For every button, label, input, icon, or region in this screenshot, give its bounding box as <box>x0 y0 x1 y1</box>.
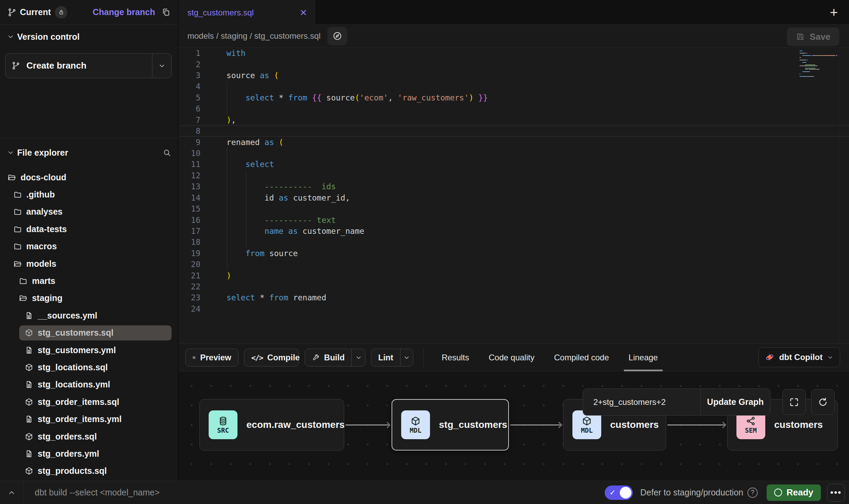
chevron-up-icon <box>8 489 16 497</box>
node-type-badge: SRC <box>209 410 237 439</box>
dbt-copilot-button[interactable]: dbt Copilot <box>758 347 840 367</box>
file-search-button[interactable] <box>163 148 171 157</box>
file-tree: docs-cloud.githubanalysesdata-testsmacro… <box>0 169 178 480</box>
file-label: stg_customers.sql <box>38 328 114 338</box>
sidebar-item-stg-locations-yml[interactable]: stg_locations.yml <box>0 376 178 393</box>
lineage-selector-input[interactable]: 2+stg_customers+2 <box>583 389 700 415</box>
code-line-17[interactable]: 17 name as customer_name <box>178 226 849 237</box>
code-line-15[interactable]: 15 <box>178 203 849 214</box>
create-branch-button[interactable]: Create branch <box>5 53 172 78</box>
preview-button[interactable]: Preview <box>185 349 239 367</box>
code-line-6[interactable]: 6 <box>178 103 849 114</box>
code-line-12[interactable]: 12 <box>178 170 849 181</box>
create-branch-dropdown[interactable] <box>152 53 171 78</box>
lineage-refresh-button[interactable] <box>811 389 835 415</box>
sidebar-item-stg-orders-sql[interactable]: stg_orders.sql <box>0 428 178 445</box>
sidebar-item-analyses[interactable]: analyses <box>0 203 178 220</box>
sidebar-item-docs-cloud[interactable]: docs-cloud <box>0 169 178 186</box>
defer-toggle[interactable]: ✓ <box>605 485 633 500</box>
sidebar-item-marts[interactable]: marts <box>0 272 178 289</box>
share-icon <box>746 416 756 426</box>
code-line-3[interactable]: 3source as ( <box>178 70 849 81</box>
code-line-5[interactable]: 5 select * from {{ source('ecom', 'raw_c… <box>178 92 849 103</box>
code-text: name as customer_name <box>210 227 364 236</box>
sidebar-item-stg-locations-sql[interactable]: stg_locations.sql <box>0 359 178 376</box>
command-bar-collapse-button[interactable] <box>0 481 24 504</box>
lint-button[interactable]: Lint <box>371 349 413 367</box>
code-editor[interactable]: 1with23source as (45 select * from {{ so… <box>178 48 849 344</box>
code-line-14[interactable]: 14 id as customer_id, <box>178 192 849 203</box>
build-dropdown[interactable] <box>351 349 365 366</box>
command-input[interactable]: dbt build --select <model_name> <box>35 488 605 497</box>
code-line-1[interactable]: 1with <box>178 48 849 59</box>
code-line-22[interactable]: 22 <box>178 281 849 292</box>
code-text: ), <box>210 116 236 124</box>
code-line-9[interactable]: 9renamed as ( <box>178 136 849 147</box>
code-line-11[interactable]: 11 select <box>178 159 849 170</box>
sidebar-item-staging[interactable]: staging <box>0 290 178 307</box>
code-line-13[interactable]: 13 ---------- ids <box>178 181 849 192</box>
sidebar-item-stg-orders-yml[interactable]: stg_orders.yml <box>0 445 178 462</box>
locate-file-button[interactable] <box>327 27 347 45</box>
close-tab-icon[interactable]: ✕ <box>300 8 307 17</box>
line-number: 13 <box>178 182 210 191</box>
toggle-knob <box>620 487 631 499</box>
minimap[interactable] <box>800 50 838 78</box>
sidebar-item-stg-order-items-sql[interactable]: stg_order_items.sql <box>0 393 178 410</box>
lineage-fullscreen-button[interactable] <box>782 389 806 415</box>
sidebar-item-data-tests[interactable]: data-tests <box>0 220 178 238</box>
refresh-icon <box>818 397 828 407</box>
code-line-21[interactable]: 21) <box>178 270 849 281</box>
tab-stg-customers-sql[interactable]: stg_customers.sql ✕ <box>178 0 315 25</box>
lineage-node-src-ecom-raw-customers[interactable]: SRCecom.raw_customers <box>199 399 344 451</box>
create-branch-main[interactable]: Create branch <box>5 53 152 78</box>
code-line-18[interactable]: 18 <box>178 237 849 248</box>
code-line-16[interactable]: 16 ---------- text <box>178 214 849 225</box>
line-number: 8 <box>178 127 210 135</box>
more-options-button[interactable]: ••• <box>827 484 845 502</box>
code-line-24[interactable]: 24 <box>178 303 849 314</box>
tab-results[interactable]: Results <box>442 344 469 371</box>
chevron-down-icon <box>355 354 362 361</box>
update-graph-button[interactable]: Update Graph <box>700 389 770 415</box>
sidebar-item-stg-order-items-yml[interactable]: stg_order_items.yml <box>0 410 178 428</box>
code-line-10[interactable]: 10 <box>178 148 849 159</box>
code-line-4[interactable]: 4 <box>178 81 849 92</box>
sidebar-item-models[interactable]: models <box>0 255 178 272</box>
save-label: Save <box>810 32 830 42</box>
save-button[interactable]: Save <box>787 27 839 46</box>
code-line-7[interactable]: 7), <box>178 115 849 125</box>
sidebar-item-stg-products-sql[interactable]: stg_products.sql <box>0 463 178 480</box>
lineage-node-mdl-stg-customers[interactable]: MDLstg_customers <box>392 399 509 451</box>
change-branch-link[interactable]: Change branch <box>93 7 155 17</box>
tab-lineage[interactable]: Lineage <box>629 344 658 371</box>
tab-code-quality[interactable]: Code quality <box>489 344 534 371</box>
sidebar-item-github[interactable]: .github <box>0 186 178 203</box>
cube-icon <box>25 432 33 441</box>
wrench-icon <box>312 353 319 362</box>
cube-icon <box>25 328 33 337</box>
status-bar: dbt build --select <model_name> ✓ Defer … <box>0 481 849 504</box>
code-line-2[interactable]: 2 <box>178 59 849 70</box>
copy-branch-button[interactable] <box>161 8 171 17</box>
ready-status-badge[interactable]: Ready <box>767 484 821 501</box>
git-branch-icon <box>12 61 20 70</box>
build-button[interactable]: Build <box>305 349 365 367</box>
lint-dropdown[interactable] <box>400 349 413 366</box>
version-control-section-header[interactable]: Version control <box>0 29 178 44</box>
file-explorer-section-header[interactable]: File explorer <box>0 145 178 160</box>
compile-button[interactable]: </> Compile <box>244 349 299 367</box>
indent-guide <box>246 170 246 248</box>
code-line-20[interactable]: 20 <box>178 259 849 270</box>
tab-label: stg_customers.sql <box>187 8 300 17</box>
sidebar-item-sources-yml[interactable]: __sources.yml <box>0 307 178 324</box>
sidebar-item-stg-customers-sql[interactable]: stg_customers.sql <box>0 324 178 341</box>
code-line-8[interactable]: 8 <box>178 125 849 136</box>
sidebar-item-stg-customers-yml[interactable]: stg_customers.yml <box>0 341 178 359</box>
code-line-19[interactable]: 19 from source <box>178 248 849 259</box>
sidebar-item-macros[interactable]: macros <box>0 238 178 255</box>
new-tab-button[interactable]: + <box>826 5 841 20</box>
tab-compiled-code[interactable]: Compiled code <box>554 344 609 371</box>
help-icon[interactable]: ? <box>747 488 758 498</box>
code-line-23[interactable]: 23select * from renamed <box>178 292 849 303</box>
